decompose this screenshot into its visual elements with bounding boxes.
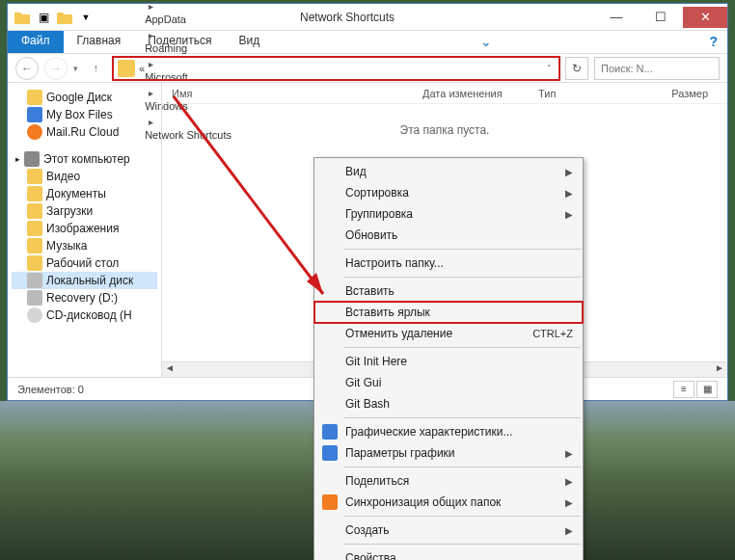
menu-item-label: Отменить удаление bbox=[345, 327, 452, 340]
menu-separator bbox=[343, 277, 581, 278]
scroll-left-icon[interactable]: ◄ bbox=[162, 362, 177, 377]
sidebar-item[interactable]: Рабочий стол bbox=[12, 254, 157, 272]
tab-home[interactable]: Главная bbox=[64, 31, 135, 53]
sidebar-item[interactable]: Mail.Ru Cloud bbox=[12, 123, 157, 141]
menu-item[interactable]: Синхронизация общих папок▶ bbox=[314, 492, 583, 513]
sidebar-item-label: Локальный диск bbox=[46, 274, 133, 287]
qa-dropdown-icon[interactable]: ▼ bbox=[77, 9, 95, 26]
col-date[interactable]: Дата изменения bbox=[413, 88, 529, 99]
sidebar-item[interactable]: Музыка bbox=[12, 237, 157, 254]
sidebar-item[interactable]: CD-дисковод (H bbox=[12, 307, 157, 324]
sidebar-item-label: Музыка bbox=[46, 239, 87, 253]
menu-separator bbox=[343, 467, 581, 467]
menu-item[interactable]: Отменить удалениеCTRL+Z bbox=[314, 323, 583, 344]
menu-item-label: Графические характеристики... bbox=[345, 425, 512, 439]
menu-item[interactable]: Группировка▶ bbox=[314, 203, 583, 225]
menu-item-label: Сортировка bbox=[345, 186, 409, 200]
sidebar-item-label: Recovery (D:) bbox=[46, 291, 118, 305]
menu-item[interactable]: Git Init Here bbox=[314, 351, 583, 372]
menu-item[interactable]: Параметры графики▶ bbox=[314, 442, 583, 464]
menu-item-label: Обновить bbox=[345, 228, 397, 242]
menu-item[interactable]: Git Gui bbox=[314, 372, 583, 393]
sidebar-item[interactable]: Google Диск bbox=[12, 89, 157, 106]
menu-item[interactable]: Создать▶ bbox=[314, 520, 583, 541]
col-size[interactable]: Размер bbox=[606, 88, 727, 99]
menu-item[interactable]: Вставить bbox=[314, 280, 583, 302]
context-menu: Вид▶Сортировка▶Группировка▶ОбновитьНастр… bbox=[313, 157, 584, 560]
view-icons-button[interactable]: ▦ bbox=[696, 381, 718, 398]
menu-separator bbox=[343, 544, 581, 545]
col-type[interactable]: Тип bbox=[529, 88, 606, 99]
col-name[interactable]: Имя bbox=[162, 88, 413, 99]
disk-icon bbox=[27, 290, 42, 306]
back-button[interactable]: ← bbox=[15, 57, 39, 80]
sidebar-item[interactable]: Recovery (D:) bbox=[12, 289, 157, 307]
menu-item-label: Группировка bbox=[345, 207, 413, 221]
menu-item[interactable]: Вставить ярлык bbox=[314, 302, 583, 323]
folder-icon bbox=[27, 203, 42, 219]
menu-item[interactable]: Графические характеристики... bbox=[314, 421, 583, 442]
search-input[interactable] bbox=[594, 57, 720, 80]
menu-item[interactable]: Git Bash bbox=[314, 393, 583, 414]
ribbon-expand-icon[interactable]: ⌄ bbox=[471, 31, 502, 53]
empty-folder-message: Эта папка пуста. bbox=[162, 104, 727, 137]
menu-item-label: Свойства bbox=[345, 551, 396, 560]
up-button[interactable]: ↑ bbox=[84, 57, 107, 80]
menu-item[interactable]: Вид▶ bbox=[314, 161, 583, 182]
sidebar-item[interactable]: Загрузки bbox=[12, 202, 157, 220]
folder-icon bbox=[27, 107, 42, 122]
menu-separator bbox=[343, 347, 581, 348]
menu-item[interactable]: Сортировка▶ bbox=[314, 182, 583, 203]
tab-view[interactable]: Вид bbox=[225, 31, 273, 53]
minimize-button[interactable]: — bbox=[594, 7, 639, 28]
submenu-arrow-icon: ▶ bbox=[565, 497, 573, 508]
sidebar-item[interactable]: Видео bbox=[12, 168, 157, 185]
menu-item-label: Git Gui bbox=[345, 376, 381, 389]
sidebar-item-label: CD-дисковод (H bbox=[46, 308, 132, 322]
sidebar-item-label: My Box Files bbox=[46, 108, 113, 121]
menu-separator bbox=[343, 417, 581, 418]
sync-icon bbox=[322, 494, 338, 510]
menu-item[interactable]: Обновить bbox=[314, 225, 583, 246]
maximize-button[interactable]: ☐ bbox=[639, 7, 683, 28]
folder-icon bbox=[27, 124, 42, 140]
view-details-button[interactable]: ≡ bbox=[673, 381, 694, 398]
sidebar-item[interactable]: Документы bbox=[12, 185, 157, 202]
sidebar-item[interactable]: Изображения bbox=[12, 220, 157, 237]
chevron-right-icon: ▸ bbox=[149, 1, 153, 12]
menu-item-label: Поделиться bbox=[345, 474, 409, 488]
cd-icon bbox=[27, 307, 42, 323]
breadcrumb-dropdown-icon[interactable]: ˅ bbox=[543, 64, 555, 73]
folder-icon bbox=[27, 221, 42, 236]
intel-icon bbox=[322, 445, 338, 461]
breadcrumb-segment[interactable]: Microsoft bbox=[145, 71, 231, 83]
tab-file[interactable]: Файл bbox=[8, 31, 64, 53]
refresh-button[interactable]: ↻ bbox=[565, 57, 588, 80]
sidebar-item[interactable]: My Box Files bbox=[12, 106, 157, 123]
sidebar-item-label: Google Диск bbox=[46, 91, 112, 104]
forward-button[interactable]: → bbox=[44, 57, 68, 80]
close-button[interactable]: ✕ bbox=[683, 7, 727, 28]
menu-item-label: Вид bbox=[345, 165, 367, 178]
properties-icon[interactable]: ▣ bbox=[35, 9, 52, 26]
column-headers: Имя Дата изменения Тип Размер bbox=[162, 83, 727, 104]
scroll-right-icon[interactable]: ► bbox=[712, 362, 727, 377]
history-dropdown-icon[interactable]: ▾ bbox=[73, 64, 78, 73]
sidebar-item[interactable]: Локальный диск bbox=[12, 272, 157, 289]
sidebar-item-label: Рабочий стол bbox=[46, 256, 119, 270]
breadcrumb-folder-icon bbox=[118, 60, 135, 77]
help-icon[interactable]: ? bbox=[699, 31, 727, 53]
menu-item-label: Git Bash bbox=[345, 397, 390, 411]
open-icon[interactable] bbox=[56, 9, 73, 26]
folder-icon bbox=[27, 186, 42, 201]
breadcrumb[interactable]: « ▸AppData▸Roaming▸Microsoft▸Windows▸Net… bbox=[113, 57, 559, 80]
menu-item[interactable]: Настроить папку... bbox=[314, 253, 583, 274]
breadcrumb-segment[interactable]: Roaming bbox=[145, 42, 231, 54]
menu-item[interactable]: Поделиться▶ bbox=[314, 470, 583, 492]
menu-item-label: Git Init Here bbox=[345, 355, 407, 368]
breadcrumb-segment[interactable]: AppData bbox=[145, 13, 231, 25]
folder-icon bbox=[27, 90, 42, 105]
sidebar-this-pc-label: Этот компьютер bbox=[43, 152, 130, 166]
menu-item[interactable]: Свойства bbox=[314, 547, 583, 560]
sidebar-this-pc[interactable]: ▸ Этот компьютер bbox=[12, 150, 157, 168]
